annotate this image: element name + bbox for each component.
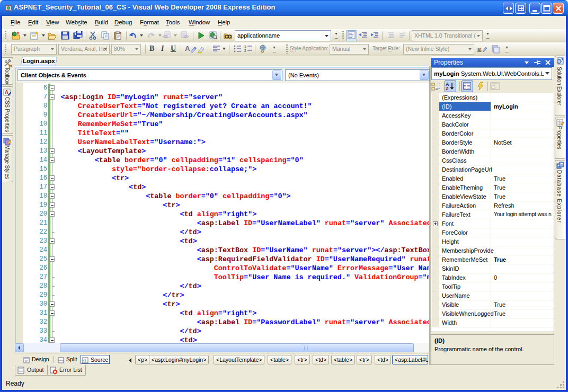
svg-text:Z: Z	[446, 86, 449, 91]
svg-text:at: at	[477, 47, 482, 52]
svg-text:2: 2	[244, 49, 246, 52]
svg-text:1: 1	[244, 44, 246, 48]
svg-text:〈〉: 〈〉	[83, 358, 86, 363]
